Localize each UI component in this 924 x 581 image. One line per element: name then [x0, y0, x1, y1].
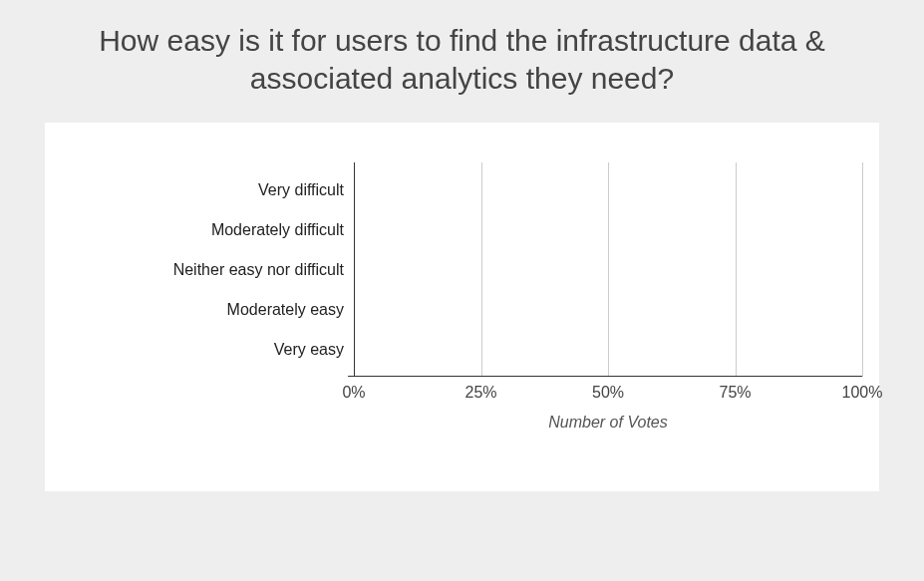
chart-card: Very difficult Moderately difficult Neit…: [45, 123, 879, 491]
chart-title: How easy is it for users to find the inf…: [0, 0, 924, 115]
x-tick-label: 100%: [842, 384, 883, 402]
plot-area: [354, 162, 862, 377]
y-tick-label: Moderately easy: [45, 297, 344, 323]
gridline: [862, 162, 863, 377]
x-axis-ticks: 0% 25% 50% 75% 100%: [354, 384, 862, 408]
x-axis-line: [348, 376, 862, 377]
y-tick-label: Very easy: [45, 337, 344, 363]
y-tick-label: Moderately difficult: [45, 217, 344, 243]
x-tick-label: 50%: [592, 384, 624, 402]
y-tick-label: Neither easy nor difficult: [45, 257, 344, 283]
bars: [354, 162, 862, 377]
y-axis-labels: Very difficult Moderately difficult Neit…: [45, 162, 344, 377]
x-tick-label: 25%: [464, 384, 496, 402]
x-tick-label: 0%: [342, 384, 365, 402]
x-axis-label: Number of Votes: [354, 414, 862, 432]
x-tick-label: 75%: [719, 384, 751, 402]
y-tick-label: Very difficult: [45, 177, 344, 203]
